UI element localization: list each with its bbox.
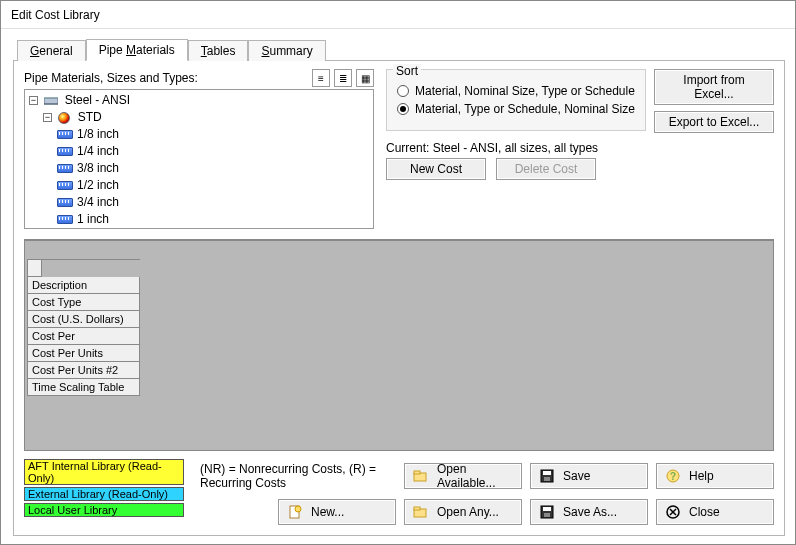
svg-rect-6 [543, 471, 551, 475]
size-label: 3/8 inch [77, 161, 119, 175]
grid-row-header[interactable]: Cost (U.S. Dollars) [28, 311, 140, 328]
btn-label: Open Available... [437, 462, 513, 490]
help-button[interactable]: ? Help [656, 463, 774, 489]
material-tree[interactable]: − Steel - ANSI − STD [24, 89, 374, 229]
grid-row-header[interactable]: Time Scaling Table [28, 379, 140, 396]
folder-open-icon [413, 468, 429, 484]
save-button[interactable]: Save [530, 463, 648, 489]
legend-local: Local User Library [24, 503, 184, 517]
sort-option-1[interactable]: Material, Nominal Size, Type or Schedule [397, 84, 635, 98]
svg-rect-15 [543, 507, 551, 511]
right-column: Sort Material, Nominal Size, Type or Sch… [386, 69, 774, 229]
tab-materials-key: M [126, 43, 136, 57]
btn-label: New... [311, 505, 344, 519]
collapse-icon[interactable]: − [29, 96, 38, 105]
tab-general-key: G [30, 44, 39, 58]
folder-icon [413, 504, 429, 520]
new-button[interactable]: New... [278, 499, 396, 525]
expand-node-icon[interactable]: ≡ [312, 69, 330, 87]
btn-label: Save [563, 469, 590, 483]
cost-type-hint: (NR) = Nonrecurring Costs, (R) = Recurri… [200, 462, 396, 490]
title-bar: Edit Cost Library [1, 1, 795, 29]
client-area: General Pipe Materials Tables Summary Pi… [1, 29, 795, 544]
collapse-node-icon[interactable]: ≣ [334, 69, 352, 87]
grid-row-header[interactable]: Cost Per Units #2 [28, 362, 140, 379]
sort-opt2-label: Material, Type or Schedule, Nominal Size [415, 102, 635, 116]
tree-node-size[interactable]: 1 inch [57, 211, 373, 228]
svg-rect-4 [414, 471, 420, 474]
tree-header-label: Pipe Materials, Sizes and Types: [24, 71, 198, 85]
grid-row-header[interactable]: Cost Per [28, 328, 140, 345]
tree-root-label: Steel - ANSI [65, 93, 130, 107]
tab-strip: General Pipe Materials Tables Summary [13, 39, 785, 61]
grid-row-header[interactable]: Description [28, 277, 140, 294]
footer: AFT Internal Library (Read-Only) Externa… [24, 459, 774, 525]
size-icon [57, 181, 73, 190]
library-legend: AFT Internal Library (Read-Only) Externa… [24, 459, 184, 519]
tree-node-size[interactable]: 1/4 inch [57, 143, 373, 160]
tab-summary-key: S [261, 44, 269, 58]
save-as-icon [539, 504, 555, 520]
tab-tables[interactable]: Tables [188, 40, 249, 61]
excel-buttons: Import from Excel... Export to Excel... [654, 69, 774, 133]
radio-icon[interactable] [397, 103, 409, 115]
sort-group: Sort Material, Nominal Size, Type or Sch… [386, 69, 646, 131]
grid-row-header[interactable]: Cost Per Units [28, 345, 140, 362]
tree-toolbar: ≡ ≣ ▦ [312, 69, 374, 87]
pipe-icon [44, 95, 58, 107]
tree-node-size[interactable]: 1/8 inch [57, 126, 373, 143]
upper-row: Pipe Materials, Sizes and Types: ≡ ≣ ▦ − [24, 69, 774, 229]
btn-label: Close [689, 505, 720, 519]
export-excel-button[interactable]: Export to Excel... [654, 111, 774, 133]
svg-rect-13 [414, 507, 420, 510]
tree-node-root[interactable]: − Steel - ANSI − STD [29, 92, 373, 229]
tab-general[interactable]: General [17, 40, 86, 61]
open-any-button[interactable]: Open Any... [404, 499, 522, 525]
size-label: 3/4 inch [77, 195, 119, 209]
radio-icon[interactable] [397, 85, 409, 97]
cost-grid-area[interactable]: Description Cost Type Cost (U.S. Dollars… [24, 239, 774, 451]
window-title: Edit Cost Library [11, 8, 100, 22]
size-icon [57, 164, 73, 173]
svg-rect-0 [44, 98, 58, 104]
new-file-icon [287, 504, 303, 520]
tree-std-label: STD [78, 110, 102, 124]
tab-summary[interactable]: Summary [248, 40, 325, 61]
svg-point-11 [295, 506, 301, 512]
sort-option-2[interactable]: Material, Type or Schedule, Nominal Size [397, 102, 635, 116]
schedule-icon [58, 112, 70, 124]
size-label: 1/2 inch [77, 178, 119, 192]
delete-cost-button: Delete Cost [496, 158, 596, 180]
tree-node-size[interactable]: 1-1/4 inch [57, 228, 373, 229]
legend-aft: AFT Internal Library (Read-Only) [24, 459, 184, 485]
close-button[interactable]: Close [656, 499, 774, 525]
tree-node-size[interactable]: 1/2 inch [57, 177, 373, 194]
grid-row-header[interactable]: Cost Type [28, 294, 140, 311]
size-label: 1/4 inch [77, 144, 119, 158]
tree-node-std[interactable]: − STD 1/8 inch 1/4 inch 3/8 inch 1/2 inc… [43, 109, 373, 229]
close-icon [665, 504, 681, 520]
sort-opt1-label: Material, Nominal Size, Type or Schedule [415, 84, 635, 98]
tab-tables-key: T [201, 44, 207, 58]
dialog-window: Edit Cost Library General Pipe Materials… [0, 0, 796, 545]
svg-rect-7 [544, 477, 550, 481]
tree-node-size[interactable]: 3/8 inch [57, 160, 373, 177]
corner-cell [28, 260, 42, 277]
new-cost-button[interactable]: New Cost [386, 158, 486, 180]
collapse-icon[interactable]: − [43, 113, 52, 122]
tree-node-size[interactable]: 3/4 inch [57, 194, 373, 211]
tab-pipe-materials[interactable]: Pipe Materials [86, 39, 188, 61]
open-available-button[interactable]: Open Available... [404, 463, 522, 489]
save-as-button[interactable]: Save As... [530, 499, 648, 525]
svg-text:?: ? [670, 471, 676, 482]
legend-external: External Library (Read-Only) [24, 487, 184, 501]
btn-label: Help [689, 469, 714, 483]
size-label: 1/8 inch [77, 127, 119, 141]
tree-column: Pipe Materials, Sizes and Types: ≡ ≣ ▦ − [24, 69, 374, 229]
import-excel-button[interactable]: Import from Excel... [654, 69, 774, 105]
sort-legend: Sort [393, 64, 421, 78]
tab-panel: Pipe Materials, Sizes and Types: ≡ ≣ ▦ − [13, 61, 785, 536]
size-icon [57, 130, 73, 139]
select-node-icon[interactable]: ▦ [356, 69, 374, 87]
btn-label: Open Any... [437, 505, 499, 519]
